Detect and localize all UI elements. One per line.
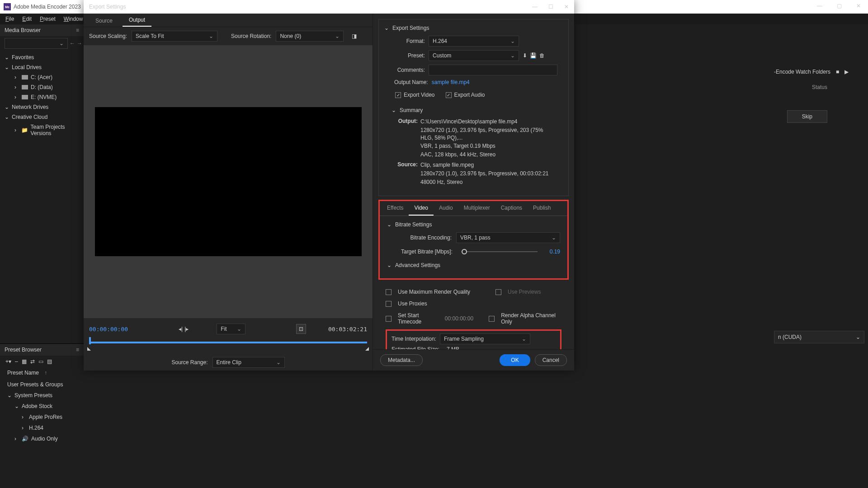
dialog-minimize-icon[interactable]: — xyxy=(532,4,538,10)
tree-network-drives[interactable]: Network Drives xyxy=(0,102,84,112)
set-start-timecode-checkbox[interactable] xyxy=(386,316,392,322)
slider-thumb[interactable] xyxy=(462,249,467,254)
cancel-button[interactable]: Cancel xyxy=(535,354,567,366)
outer-maximize-icon[interactable]: ▢ xyxy=(837,3,842,9)
panel-menu-icon[interactable]: ≡ xyxy=(76,347,79,353)
comments-input[interactable] xyxy=(429,65,557,75)
preset-col-header[interactable]: Preset Name↑ xyxy=(0,367,84,378)
outer-close-icon[interactable]: ✕ xyxy=(856,3,861,9)
source-rotation-dropdown[interactable]: None (0) xyxy=(276,31,344,42)
preset-group-h264[interactable]: H.264 xyxy=(0,422,84,433)
max-render-quality-checkbox[interactable] xyxy=(386,289,392,295)
drive-label: C: (Acer) xyxy=(31,74,52,80)
chevron-right-icon xyxy=(14,74,19,80)
path-dropdown[interactable] xyxy=(5,38,68,49)
step-back-icon[interactable]: ◂| xyxy=(179,326,183,332)
chevron-down-icon xyxy=(5,64,9,70)
save-preset-icon[interactable]: 💾 xyxy=(530,52,537,59)
preset-icon-1[interactable]: ▦ xyxy=(22,358,27,365)
dialog-close-icon[interactable]: ✕ xyxy=(564,4,569,10)
chevron-down-icon xyxy=(5,54,9,61)
summary-output-path: C:\Users\Vince\Desktop\sample file.mp4 xyxy=(420,118,556,126)
preset-user-group[interactable]: User Presets & Groups xyxy=(0,379,84,390)
delete-preset-icon[interactable]: 🗑 xyxy=(539,52,545,59)
tree-drive-d[interactable]: D: (Data) xyxy=(0,82,84,92)
forward-icon[interactable]: → xyxy=(77,40,82,47)
remove-preset-icon[interactable]: – xyxy=(15,358,18,365)
preset-group-audio-only[interactable]: 🔊Audio Only xyxy=(0,433,84,444)
tree-drive-e[interactable]: E: (NVME) xyxy=(0,92,84,102)
timecode-start[interactable]: 00:00:00:00 xyxy=(89,326,128,333)
preset-dropdown[interactable]: Custom xyxy=(429,50,519,61)
ok-button[interactable]: OK xyxy=(500,354,530,366)
stop-icon[interactable]: ■ xyxy=(836,69,839,75)
target-bitrate-value[interactable]: 0.19 xyxy=(542,249,560,255)
preset-system[interactable]: System Presets xyxy=(0,390,84,401)
menu-window[interactable]: Window xyxy=(60,15,87,23)
menu-file[interactable]: File xyxy=(2,15,18,23)
dialog-maximize-icon[interactable]: ☐ xyxy=(548,4,553,10)
export-audio-label: Export Audio xyxy=(454,92,485,98)
start-timecode-value[interactable]: 00:00:00:00 xyxy=(445,315,473,322)
tree-drive-c[interactable]: C: (Acer) xyxy=(0,72,84,82)
aspect-icon[interactable]: ⊡ xyxy=(296,324,306,334)
summary-source-line2: 1280x720 (1.0), 23.976 fps, Progressive,… xyxy=(420,170,556,178)
chevron-down-icon[interactable] xyxy=(392,107,396,113)
add-preset-icon[interactable]: +▾ xyxy=(5,358,11,365)
preset-group-adobe-stock[interactable]: Adobe Stock xyxy=(0,401,84,412)
tree-creative-cloud[interactable]: Creative Cloud xyxy=(0,112,84,122)
summary-source-line1: Clip, sample file.mpeg xyxy=(420,161,556,169)
highlighted-time-interpolation: Time Interpolation: Frame Sampling Estim… xyxy=(386,329,561,349)
time-interp-dropdown[interactable]: Frame Sampling xyxy=(440,333,530,344)
tab-effects[interactable]: Effects xyxy=(382,201,409,216)
tab-publish[interactable]: Publish xyxy=(528,201,556,216)
tab-audio[interactable]: Audio xyxy=(434,201,458,216)
advanced-settings-title: Advanced Settings xyxy=(395,262,440,268)
tree-favorites[interactable]: Favorites xyxy=(0,52,84,62)
speaker-icon: 🔊 xyxy=(22,436,28,442)
menu-preset[interactable]: Preset xyxy=(36,15,59,23)
target-bitrate-slider[interactable] xyxy=(462,251,538,252)
tree-local-drives[interactable]: Local Drives xyxy=(0,62,84,72)
metadata-button[interactable]: Metadata... xyxy=(380,354,423,366)
preset-icon-2[interactable]: ⇄ xyxy=(30,358,35,365)
tree-team-projects[interactable]: 📁Team Projects Versions xyxy=(0,122,84,138)
tab-multiplexer[interactable]: Multiplexer xyxy=(458,201,495,216)
tab-output[interactable]: Output xyxy=(123,14,151,27)
panel-menu-icon[interactable]: ≡ xyxy=(76,27,79,33)
timeline-playhead[interactable] xyxy=(89,337,91,344)
use-proxies-checkbox[interactable] xyxy=(386,301,392,307)
chevron-down-icon[interactable] xyxy=(387,262,392,268)
timeline-scrubber[interactable] xyxy=(89,340,367,349)
out-point-handle[interactable] xyxy=(365,347,369,351)
preset-icon-3[interactable]: ▭ xyxy=(38,358,43,365)
chevron-down-icon[interactable] xyxy=(384,25,389,31)
import-preset-icon[interactable]: ⬇ xyxy=(523,52,527,59)
export-video-checkbox[interactable]: Export Video xyxy=(395,92,435,98)
play-icon[interactable]: ▶ xyxy=(844,69,849,75)
creative-cloud-label: Creative Cloud xyxy=(12,114,47,120)
tab-video[interactable]: Video xyxy=(409,201,433,216)
preset-group-prores[interactable]: Apple ProRes xyxy=(0,412,84,422)
renderer-dropdown[interactable]: n (CUDA)⌄ xyxy=(774,331,864,343)
chevron-down-icon[interactable] xyxy=(387,221,392,228)
crop-icon[interactable]: ◨ xyxy=(352,33,357,39)
skip-button[interactable]: Skip xyxy=(787,110,827,123)
render-alpha-checkbox[interactable] xyxy=(489,316,495,322)
step-forward-icon[interactable]: |▸ xyxy=(184,326,189,332)
menu-edit[interactable]: Edit xyxy=(19,15,35,23)
zoom-fit-dropdown[interactable]: Fit xyxy=(217,324,245,334)
max-render-quality-label: Use Maximum Render Quality xyxy=(398,289,470,295)
export-audio-checkbox[interactable]: Export Audio xyxy=(446,92,485,98)
preset-icon-4[interactable]: ▤ xyxy=(47,358,52,365)
tab-source[interactable]: Source xyxy=(89,15,119,27)
source-range-dropdown[interactable]: Entire Clip xyxy=(212,357,285,368)
back-icon[interactable]: ← xyxy=(70,40,75,47)
tab-captions[interactable]: Captions xyxy=(495,201,528,216)
source-scaling-dropdown[interactable]: Scale To Fit xyxy=(132,31,217,42)
outer-minimize-icon[interactable]: — xyxy=(817,3,822,9)
format-dropdown[interactable]: H.264 xyxy=(429,36,519,47)
output-name-link[interactable]: sample file.mp4 xyxy=(432,79,470,85)
in-point-handle[interactable] xyxy=(87,347,91,351)
bitrate-encoding-dropdown[interactable]: VBR, 1 pass xyxy=(456,232,560,243)
